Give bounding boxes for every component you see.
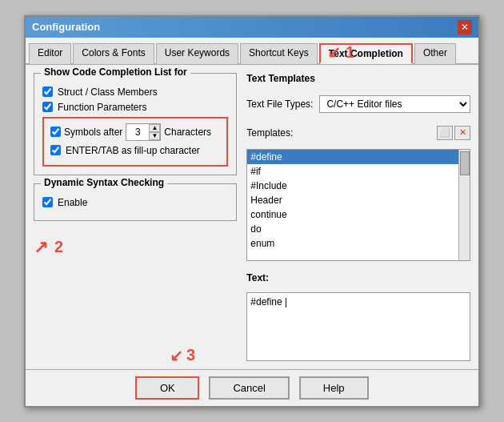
highlighted-options-box: Symbols after ▲ ▼ Charact (42, 117, 228, 167)
arrow2-icon: ↗ (34, 237, 48, 258)
tab-user-keywords[interactable]: User Keywords (156, 43, 238, 64)
configuration-dialog: Configuration ✕ Editor Colors & Fonts Us… (24, 15, 480, 408)
struct-class-row: Struct / Class Members (42, 86, 228, 98)
tab-other[interactable]: Other (414, 43, 456, 64)
templates-list[interactable]: #define #if #Include Header continue do … (247, 150, 458, 261)
left-panel: Show Code Completion List for Struct / C… (34, 73, 237, 361)
help-button[interactable]: Help (299, 376, 369, 400)
template-item-1[interactable]: #if (247, 164, 458, 179)
templates-list-container: #define #if #Include Header continue do … (246, 149, 470, 262)
tab-bar: Editor Colors & Fonts User Keywords Shor… (26, 38, 478, 65)
template-item-5[interactable]: do (247, 222, 458, 236)
spinner-buttons: ▲ ▼ (149, 124, 160, 140)
tab-colors-fonts[interactable]: Colors & Fonts (73, 43, 154, 64)
enable-label: Enable (58, 197, 87, 208)
enter-tab-row: ENTER/TAB as fill-up character (50, 145, 220, 156)
tab-shortcut-keys[interactable]: Shortcut Keys (240, 43, 318, 64)
characters-label: Characters (164, 127, 211, 138)
text-content-area[interactable]: #define | (246, 292, 470, 360)
text-templates-label: Text Templates (246, 73, 470, 84)
dialog-title: Configuration (32, 21, 100, 33)
spinner-down[interactable]: ▼ (149, 132, 160, 140)
scrollbar-thumb (460, 151, 470, 175)
title-bar: Configuration ✕ (26, 17, 478, 38)
code-completion-label: Show Code Completion List for (41, 66, 190, 78)
template-item-0[interactable]: #define (247, 150, 458, 164)
file-type-select[interactable]: C/C++ Editor files Java Editor files Pyt… (319, 95, 470, 113)
dynamic-syntax-label: Dynamic Syntax Checking (41, 177, 167, 188)
templates-delete-button[interactable]: ✕ (454, 126, 470, 140)
ok-button[interactable]: OK (135, 376, 199, 400)
tab-editor[interactable]: Editor (29, 43, 71, 64)
dynamic-syntax-group: Dynamic Syntax Checking Enable (34, 183, 237, 221)
main-content: Show Code Completion List for Struct / C… (26, 65, 478, 369)
function-params-row: Function Parameters (42, 102, 228, 113)
symbols-row: Symbols after ▲ ▼ Charact (50, 123, 220, 141)
struct-class-label: Struct / Class Members (58, 86, 158, 98)
code-completion-group: Show Code Completion List for Struct / C… (34, 73, 237, 175)
file-type-row: Text File Types: C/C++ Editor files Java… (246, 95, 470, 113)
text-section-label: Text: (246, 272, 470, 283)
template-item-4[interactable]: continue (247, 207, 458, 222)
text-content: #define | (250, 296, 287, 307)
enter-tab-checkbox[interactable] (50, 145, 61, 155)
annotation-2: 2 (54, 238, 63, 256)
templates-icons: ⬜ ✕ (437, 126, 470, 140)
template-item-6[interactable]: enum (247, 236, 458, 251)
enable-checkbox[interactable] (42, 197, 53, 207)
templates-scrollbar[interactable] (458, 150, 470, 261)
symbols-spinner: ▲ ▼ (126, 123, 161, 141)
close-button[interactable]: ✕ (458, 20, 472, 34)
cancel-button[interactable]: Cancel (209, 376, 289, 400)
right-panel: Text Templates Text File Types: C/C++ Ed… (246, 73, 470, 361)
template-item-2[interactable]: #Include (247, 179, 458, 193)
bottom-bar: ↙ 3 OK Cancel Help (26, 369, 478, 406)
struct-class-checkbox[interactable] (42, 86, 53, 97)
templates-new-button[interactable]: ⬜ (437, 126, 453, 140)
tab-text-completion[interactable]: Text Completion (319, 43, 413, 64)
symbols-input[interactable] (126, 126, 149, 139)
template-item-3[interactable]: Header (247, 193, 458, 207)
symbols-checkbox[interactable] (50, 127, 61, 137)
templates-label: Templates: (246, 127, 293, 139)
function-params-label: Function Parameters (58, 102, 146, 113)
spinner-up[interactable]: ▲ (149, 124, 160, 132)
function-params-checkbox[interactable] (42, 102, 53, 112)
enable-row: Enable (42, 197, 228, 208)
templates-header: Templates: ⬜ ✕ (246, 126, 470, 140)
enter-tab-label: ENTER/TAB as fill-up character (66, 145, 200, 156)
symbols-after-label: Symbols after (64, 127, 122, 138)
file-types-label: Text File Types: (246, 98, 313, 110)
